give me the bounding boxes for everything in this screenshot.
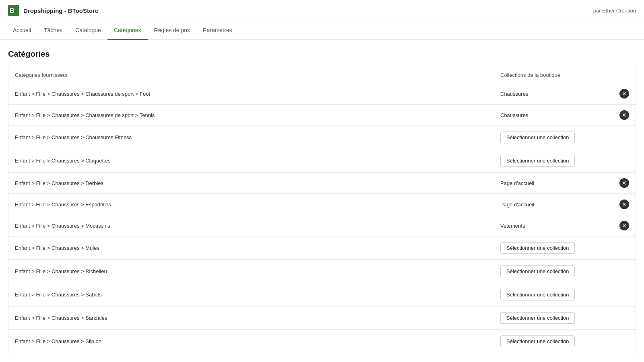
table-row: Enfant > Fille > Chaussures > DerbiesPag… xyxy=(8,173,636,194)
supplier-category: Enfant > Fille > Chaussures > Derbies xyxy=(15,180,500,186)
collection-cell: Sélectionner une collection xyxy=(500,289,629,300)
table-header: Catégories fournisseur Collections de la… xyxy=(8,67,636,83)
app-title: Dropshipping - BTooStore xyxy=(23,7,98,14)
collection-cell: Sélectionner une collection xyxy=(500,312,629,324)
collection-cell: Page d'accueil✕ xyxy=(500,200,629,209)
remove-collection-button[interactable]: ✕ xyxy=(619,221,629,230)
collection-name: Page d'accueil xyxy=(500,180,615,186)
table-row: Enfant > Fille > Chaussures > MocassinsV… xyxy=(8,215,636,237)
svg-text:B: B xyxy=(10,7,14,14)
table-row: Enfant > Fille > Chaussures > Claquettes… xyxy=(8,149,636,173)
col-collection-header: Collections de la boutique xyxy=(500,72,629,78)
supplier-category: Enfant > Fille > Chaussures > Chaussures… xyxy=(15,91,500,97)
col-supplier-header: Catégories fournisseur xyxy=(15,72,500,78)
supplier-category: Enfant > Fille > Chaussures > Espadrille… xyxy=(15,202,500,208)
supplier-category: Enfant > Fille > Chaussures > Chaussures… xyxy=(15,134,500,140)
nav-catalogue[interactable]: Catalogue xyxy=(69,21,107,40)
nav-regles-de-prix[interactable]: Règles de prix xyxy=(148,21,197,40)
table-row: Enfant > Fille > Chaussures > SandalesSé… xyxy=(8,306,636,330)
supplier-category: Enfant > Fille > Chaussures > Sabots xyxy=(15,292,500,298)
collection-cell: Sélectionner une collection xyxy=(500,132,629,143)
table-row: Enfant > Fille > Chaussures > RichelieuS… xyxy=(8,260,636,283)
collection-cell: Vetements✕ xyxy=(500,221,629,230)
supplier-category: Enfant > Fille > Chaussures > Mocassins xyxy=(15,223,500,229)
supplier-category: Enfant > Fille > Chaussures > Richelieu xyxy=(15,268,500,274)
remove-collection-button[interactable]: ✕ xyxy=(619,178,629,188)
nav-categories[interactable]: Catégories xyxy=(107,21,148,40)
nav-parametres[interactable]: Paramètres xyxy=(196,21,238,40)
collection-cell: Chaussures✕ xyxy=(500,89,629,99)
select-collection-button[interactable]: Sélectionner une collection xyxy=(500,155,575,167)
remove-collection-button[interactable]: ✕ xyxy=(619,110,629,120)
select-collection-button[interactable]: Sélectionner une collection xyxy=(500,312,575,324)
collection-cell: Sélectionner une collection xyxy=(500,335,629,347)
select-collection-button[interactable]: Sélectionner une collection xyxy=(500,335,575,347)
collection-cell: Sélectionner une collection xyxy=(500,265,629,277)
table-row: Enfant > Fille > Chaussures > MulesSélec… xyxy=(8,237,636,260)
collection-cell: Sélectionner une collection xyxy=(500,242,629,254)
collection-cell: Page d'accueil✕ xyxy=(500,178,629,188)
select-collection-button[interactable]: Sélectionner une collection xyxy=(500,265,575,277)
collection-cell: Chaussures✕ xyxy=(500,110,629,120)
collection-name: Vetements xyxy=(500,223,615,229)
table-row: Enfant > Fille > Chaussures > Chaussures… xyxy=(8,83,636,105)
supplier-category: Enfant > Fille > Chaussures > Claquettes xyxy=(15,158,500,164)
remove-collection-button[interactable]: ✕ xyxy=(619,200,629,209)
select-collection-button[interactable]: Sélectionner une collection xyxy=(500,132,575,143)
table-row: Enfant > Fille > Chaussures > Chaussures… xyxy=(8,105,636,126)
collection-name: Chaussures xyxy=(500,112,615,118)
table-row: Enfant > Fille > Chaussures > SabotsSéle… xyxy=(8,283,636,306)
supplier-category: Enfant > Fille > Chaussures > Mules xyxy=(15,245,500,251)
select-collection-button[interactable]: Sélectionner une collection xyxy=(500,242,575,254)
supplier-category: Enfant > Fille > Chaussures > Sandales xyxy=(15,315,500,321)
categories-table: Catégories fournisseur Collections de la… xyxy=(8,67,636,353)
select-collection-button[interactable]: Sélectionner une collection xyxy=(500,289,575,300)
header-left: B Dropshipping - BTooStore xyxy=(8,5,98,16)
table-row: Enfant > Fille > Chaussures > Slip onSél… xyxy=(8,330,636,353)
app-header: B Dropshipping - BTooStore par Ether Cré… xyxy=(0,0,644,21)
collection-name: Page d'accueil xyxy=(500,202,615,208)
table-row: Enfant > Fille > Chaussures > Espadrille… xyxy=(8,194,636,215)
supplier-category: Enfant > Fille > Chaussures > Chaussures… xyxy=(15,112,500,118)
page-title: Catégories xyxy=(8,49,636,59)
nav-accueil[interactable]: Accueil xyxy=(6,21,37,40)
attribution: par Ether Création xyxy=(593,8,636,14)
main-nav: Accueil Tâches Catalogue Catégories Règl… xyxy=(0,21,644,40)
table-body: Enfant > Fille > Chaussures > Chaussures… xyxy=(8,83,636,353)
table-row: Enfant > Fille > Chaussures > Chaussures… xyxy=(8,126,636,149)
collection-cell: Sélectionner une collection xyxy=(500,155,629,167)
nav-taches[interactable]: Tâches xyxy=(37,21,69,40)
remove-collection-button[interactable]: ✕ xyxy=(619,89,629,99)
app-logo-icon: B xyxy=(8,5,19,16)
collection-name: Chaussures xyxy=(500,91,615,97)
supplier-category: Enfant > Fille > Chaussures > Slip on xyxy=(15,338,500,344)
main-content: Catégories Catégories fournisseur Collec… xyxy=(0,40,644,362)
